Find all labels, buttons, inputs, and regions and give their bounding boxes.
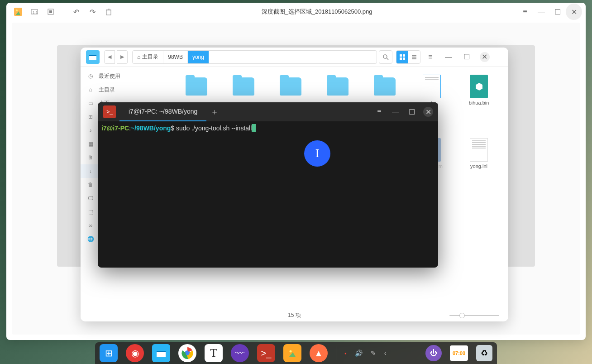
delete-icon[interactable] (100, 4, 117, 20)
computer-icon: 🖵 (87, 195, 94, 201)
breadcrumb: ⌂ 主目录 98WB yong (132, 50, 377, 64)
fm-menu-button[interactable]: ≡ (422, 49, 439, 65)
tray-brush-icon[interactable]: ✎ (371, 350, 376, 357)
folder-icon (233, 77, 254, 96)
dock-clock[interactable]: 07:00 (450, 345, 468, 361)
rotate-left-icon[interactable]: ↶ (68, 4, 84, 20)
trash-icon: 🗑 (87, 182, 94, 188)
fm-app-icon (86, 50, 100, 64)
dock-power-button[interactable]: ⏻ (425, 345, 442, 361)
dock-separator (336, 346, 336, 360)
fm-minimize-button[interactable]: — (440, 49, 457, 65)
prompt-path: ~/98WB/yong (131, 125, 171, 132)
view-toggle (396, 50, 420, 64)
home-icon: ⌂ (87, 86, 94, 93)
dock-screen-recorder[interactable]: ◉ (126, 344, 144, 362)
image-viewer-title: 深度截图_选择区域_20181105062500.png (117, 8, 517, 16)
dock-package-installer[interactable]: ▲ (310, 344, 328, 362)
disk-icon: ∞ (87, 222, 94, 229)
status-item-count: 15 项 (288, 311, 301, 319)
svg-rect-17 (403, 57, 405, 60)
svg-rect-7 (106, 10, 111, 15)
forward-button[interactable]: ▶ (117, 50, 128, 64)
dock-launcher[interactable]: ⊞ (100, 344, 118, 362)
terminal-cursor (252, 124, 256, 132)
iv-minimize-button[interactable]: — (533, 4, 549, 20)
dock-text-editor[interactable]: T (205, 344, 223, 362)
dock-system-monitor[interactable]: 〰 (231, 344, 249, 362)
clock-icon: ◷ (87, 73, 94, 79)
folder-icon (280, 77, 301, 96)
svg-rect-15 (403, 54, 405, 57)
iv-app-icon (10, 4, 26, 20)
dock: ⊞ ◉ T 〰 >_ ▲ ● 🔊 ✎ ‹ ⏻ 07:00 ♻ (95, 342, 497, 364)
rotate-right-icon[interactable]: ↷ (84, 4, 100, 20)
fm-close-button[interactable]: ✕ (477, 49, 493, 65)
documents-icon: 🗎 (87, 154, 94, 161)
search-button[interactable] (379, 50, 392, 64)
prompt-user: i7@i7-PC (101, 125, 129, 132)
iv-close-button[interactable]: ✕ (566, 4, 582, 20)
svg-rect-16 (400, 57, 402, 60)
terminal-menu-button[interactable]: ≡ (371, 104, 387, 120)
terminal-body[interactable]: i7@i7-PC:~/98WB/yong$ sudo ./yong-tool.s… (98, 121, 438, 268)
fm-titlebar: ◀ ▶ ⌂ 主目录 98WB yong ≡ — ☐ ✕ (81, 48, 508, 67)
svg-rect-6 (49, 10, 52, 13)
disk-icon: ⬚ (87, 209, 94, 215)
folder-icon (327, 77, 349, 96)
fit-icon[interactable] (43, 4, 59, 20)
zoom-slider[interactable] (449, 315, 499, 316)
one-to-one-icon[interactable]: 1:1 (26, 4, 43, 20)
svg-point-12 (383, 55, 387, 58)
terminal-add-tab[interactable]: ＋ (206, 106, 223, 117)
dock-trash[interactable]: ♻ (476, 345, 492, 361)
terminal-app-icon: >_ (103, 105, 116, 118)
list-view-button[interactable] (408, 51, 420, 63)
breadcrumb-seg2[interactable]: yong (188, 51, 209, 63)
desktop-icon: ▭ (87, 100, 94, 106)
svg-point-26 (290, 350, 292, 353)
svg-point-1 (16, 10, 18, 11)
breadcrumb-home[interactable]: ⌂ 主目录 (133, 51, 163, 63)
music-icon: ♪ (87, 127, 94, 134)
terminal-close-button[interactable]: ✕ (420, 104, 436, 120)
pictures-icon: ▦ (87, 141, 94, 147)
fm-statusbar: 15 项 (81, 309, 508, 321)
dock-chrome[interactable] (178, 344, 196, 362)
file-item-yongini[interactable]: yong.ini (455, 134, 502, 198)
dock-image-viewer[interactable] (283, 344, 301, 362)
svg-line-13 (387, 58, 388, 60)
svg-rect-14 (400, 54, 402, 57)
tray-volume-icon[interactable]: 🔊 (355, 350, 363, 357)
dock-file-manager[interactable] (152, 344, 170, 362)
text-cursor-indicator: I (304, 140, 330, 167)
terminal-minimize-button[interactable]: — (387, 104, 404, 120)
terminal-window: >_ i7@i7-PC: ~/98WB/yong ＋ ≡ — ☐ ✕ i7@i7… (98, 102, 438, 268)
network-icon: 🌐 (87, 236, 94, 242)
home-icon: ⌂ (137, 54, 140, 60)
sidebar-item-home[interactable]: ⌂主目录 (81, 83, 170, 96)
iv-maximize-button[interactable]: ☐ (549, 4, 566, 20)
zoom-thumb[interactable] (459, 313, 465, 318)
downloads-icon: ↓ (87, 168, 94, 174)
tray-chevron-icon[interactable]: ‹ (384, 350, 387, 357)
dock-terminal[interactable]: >_ (257, 344, 275, 362)
terminal-tab[interactable]: i7@i7-PC: ~/98WB/yong (119, 102, 206, 121)
breadcrumb-seg1[interactable]: 98WB (163, 51, 188, 63)
back-button[interactable]: ◀ (104, 50, 115, 64)
text-file-icon (423, 75, 441, 98)
file-item-bin[interactable]: ⬢ bihua.bin (455, 71, 502, 134)
ini-file-icon (470, 138, 488, 162)
terminal-maximize-button[interactable]: ☐ (404, 104, 420, 120)
folder-icon (374, 77, 396, 96)
tray-recording-icon[interactable]: ● (344, 351, 347, 355)
sidebar-item-recent[interactable]: ◷最近使用 (81, 69, 170, 83)
iv-menu-icon[interactable]: ≡ (517, 4, 533, 20)
folder-icon (186, 77, 207, 96)
terminal-titlebar: >_ i7@i7-PC: ~/98WB/yong ＋ ≡ — ☐ ✕ (98, 102, 438, 121)
fm-maximize-button[interactable]: ☐ (458, 49, 475, 65)
terminal-command: sudo ./yong-tool.sh --install (174, 125, 252, 132)
bin-file-icon: ⬢ (470, 75, 488, 98)
grid-view-button[interactable] (396, 51, 408, 63)
svg-rect-11 (89, 55, 96, 56)
